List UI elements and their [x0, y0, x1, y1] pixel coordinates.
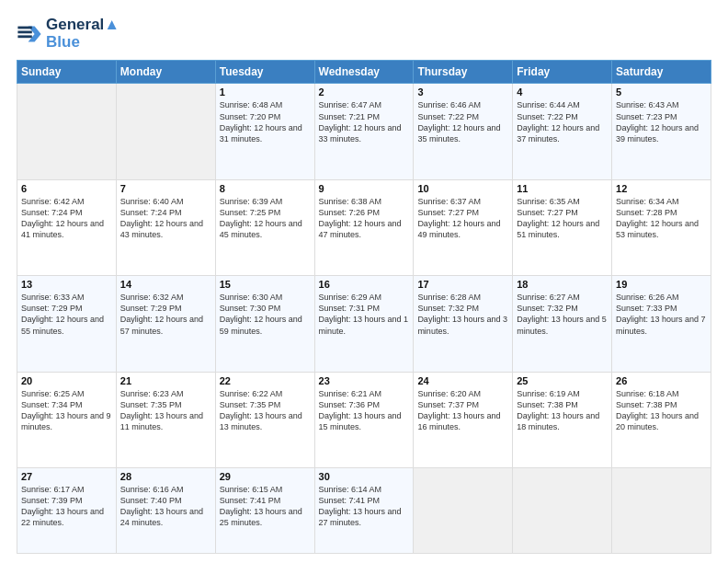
day-info: Sunrise: 6:19 AM Sunset: 7:38 PM Dayligh… [517, 388, 608, 433]
calendar-cell: 24Sunrise: 6:20 AM Sunset: 7:37 PM Dayli… [414, 372, 513, 467]
day-info: Sunrise: 6:26 AM Sunset: 7:33 PM Dayligh… [616, 292, 707, 337]
day-info: Sunrise: 6:48 AM Sunset: 7:20 PM Dayligh… [220, 99, 311, 144]
day-number: 11 [517, 183, 608, 194]
day-number: 1 [220, 86, 311, 98]
svg-rect-2 [17, 26, 31, 29]
day-info: Sunrise: 6:42 AM Sunset: 7:24 PM Dayligh… [21, 196, 112, 241]
calendar-cell: 26Sunrise: 6:18 AM Sunset: 7:38 PM Dayli… [612, 372, 711, 467]
day-number: 18 [517, 279, 608, 290]
svg-rect-4 [17, 35, 31, 38]
day-info: Sunrise: 6:43 AM Sunset: 7:23 PM Dayligh… [616, 99, 707, 144]
day-number: 23 [319, 375, 410, 386]
calendar-cell: 13Sunrise: 6:33 AM Sunset: 7:29 PM Dayli… [17, 276, 117, 372]
day-number: 3 [417, 86, 508, 98]
day-info: Sunrise: 6:21 AM Sunset: 7:36 PM Dayligh… [319, 388, 410, 433]
calendar-header-sunday: Sunday [17, 61, 117, 84]
day-number: 4 [517, 86, 608, 98]
header: General▲ Blue [17, 17, 711, 51]
day-info: Sunrise: 6:15 AM Sunset: 7:41 PM Dayligh… [220, 484, 311, 529]
day-number: 7 [120, 183, 211, 194]
day-info: Sunrise: 6:38 AM Sunset: 7:26 PM Dayligh… [319, 196, 410, 241]
day-number: 9 [319, 183, 410, 194]
calendar-cell: 30Sunrise: 6:14 AM Sunset: 7:41 PM Dayli… [314, 467, 414, 553]
calendar-cell: 8Sunrise: 6:39 AM Sunset: 7:25 PM Daylig… [215, 179, 314, 275]
calendar-cell: 19Sunrise: 6:26 AM Sunset: 7:33 PM Dayli… [612, 276, 711, 372]
day-info: Sunrise: 6:37 AM Sunset: 7:27 PM Dayligh… [417, 196, 508, 241]
calendar-header-friday: Friday [513, 61, 612, 84]
calendar-cell: 18Sunrise: 6:27 AM Sunset: 7:32 PM Dayli… [513, 276, 612, 372]
day-info: Sunrise: 6:23 AM Sunset: 7:35 PM Dayligh… [120, 388, 211, 433]
day-number: 27 [21, 471, 112, 482]
day-info: Sunrise: 6:39 AM Sunset: 7:25 PM Dayligh… [220, 196, 311, 241]
calendar-header-wednesday: Wednesday [314, 61, 414, 84]
day-info: Sunrise: 6:17 AM Sunset: 7:39 PM Dayligh… [21, 484, 112, 529]
day-info: Sunrise: 6:18 AM Sunset: 7:38 PM Dayligh… [616, 388, 707, 433]
calendar-cell: 20Sunrise: 6:25 AM Sunset: 7:34 PM Dayli… [17, 372, 117, 467]
calendar-header-tuesday: Tuesday [215, 61, 314, 84]
day-info: Sunrise: 6:46 AM Sunset: 7:22 PM Dayligh… [417, 99, 508, 144]
calendar-cell [414, 467, 513, 553]
calendar-cell: 12Sunrise: 6:34 AM Sunset: 7:28 PM Dayli… [612, 179, 711, 275]
calendar-cell: 6Sunrise: 6:42 AM Sunset: 7:24 PM Daylig… [17, 179, 117, 275]
day-info: Sunrise: 6:22 AM Sunset: 7:35 PM Dayligh… [220, 388, 311, 433]
svg-rect-3 [17, 30, 31, 33]
calendar-cell: 29Sunrise: 6:15 AM Sunset: 7:41 PM Dayli… [215, 467, 314, 553]
calendar-cell [612, 467, 711, 553]
day-info: Sunrise: 6:25 AM Sunset: 7:34 PM Dayligh… [21, 388, 112, 433]
page: General▲ Blue SundayMondayTuesdayWednesd… [0, 0, 728, 563]
calendar-cell: 16Sunrise: 6:29 AM Sunset: 7:31 PM Dayli… [314, 276, 414, 372]
calendar-cell: 15Sunrise: 6:30 AM Sunset: 7:30 PM Dayli… [215, 276, 314, 372]
calendar-cell: 28Sunrise: 6:16 AM Sunset: 7:40 PM Dayli… [116, 467, 215, 553]
day-info: Sunrise: 6:14 AM Sunset: 7:41 PM Dayligh… [319, 484, 410, 529]
calendar-cell: 11Sunrise: 6:35 AM Sunset: 7:27 PM Dayli… [513, 179, 612, 275]
calendar-cell: 5Sunrise: 6:43 AM Sunset: 7:23 PM Daylig… [612, 84, 711, 179]
day-info: Sunrise: 6:34 AM Sunset: 7:28 PM Dayligh… [616, 196, 707, 241]
day-info: Sunrise: 6:32 AM Sunset: 7:29 PM Dayligh… [120, 292, 211, 337]
calendar-cell: 25Sunrise: 6:19 AM Sunset: 7:38 PM Dayli… [513, 372, 612, 467]
day-number: 28 [120, 471, 211, 482]
day-info: Sunrise: 6:44 AM Sunset: 7:22 PM Dayligh… [517, 99, 608, 144]
day-number: 21 [120, 375, 211, 386]
logo: General▲ Blue [17, 17, 119, 51]
logo-icon [17, 21, 42, 47]
calendar-cell: 10Sunrise: 6:37 AM Sunset: 7:27 PM Dayli… [414, 179, 513, 275]
day-number: 10 [417, 183, 508, 194]
day-number: 8 [220, 183, 311, 194]
calendar-table: SundayMondayTuesdayWednesdayThursdayFrid… [17, 60, 711, 554]
calendar-cell: 14Sunrise: 6:32 AM Sunset: 7:29 PM Dayli… [116, 276, 215, 372]
calendar-cell: 17Sunrise: 6:28 AM Sunset: 7:32 PM Dayli… [414, 276, 513, 372]
calendar-cell: 3Sunrise: 6:46 AM Sunset: 7:22 PM Daylig… [414, 84, 513, 179]
day-number: 6 [21, 183, 112, 194]
calendar-cell: 21Sunrise: 6:23 AM Sunset: 7:35 PM Dayli… [116, 372, 215, 467]
calendar-cell [116, 84, 215, 179]
day-number: 17 [417, 279, 508, 290]
calendar-header-thursday: Thursday [414, 61, 513, 84]
day-number: 2 [319, 86, 410, 98]
calendar-cell: 1Sunrise: 6:48 AM Sunset: 7:20 PM Daylig… [215, 84, 314, 179]
calendar-cell [513, 467, 612, 553]
day-info: Sunrise: 6:35 AM Sunset: 7:27 PM Dayligh… [517, 196, 608, 241]
calendar-cell [17, 84, 117, 179]
day-number: 14 [120, 279, 211, 290]
day-number: 26 [616, 375, 707, 386]
calendar-cell: 23Sunrise: 6:21 AM Sunset: 7:36 PM Dayli… [314, 372, 414, 467]
day-info: Sunrise: 6:47 AM Sunset: 7:21 PM Dayligh… [319, 99, 410, 144]
day-number: 19 [616, 279, 707, 290]
calendar-cell: 22Sunrise: 6:22 AM Sunset: 7:35 PM Dayli… [215, 372, 314, 467]
calendar-cell: 2Sunrise: 6:47 AM Sunset: 7:21 PM Daylig… [314, 84, 414, 179]
day-number: 25 [517, 375, 608, 386]
day-info: Sunrise: 6:29 AM Sunset: 7:31 PM Dayligh… [319, 292, 410, 337]
day-number: 24 [417, 375, 508, 386]
calendar-header-saturday: Saturday [612, 61, 711, 84]
calendar-header-row: SundayMondayTuesdayWednesdayThursdayFrid… [17, 61, 711, 84]
logo-text: General▲ Blue [46, 17, 119, 51]
day-number: 13 [21, 279, 112, 290]
calendar-cell: 27Sunrise: 6:17 AM Sunset: 7:39 PM Dayli… [17, 467, 117, 553]
day-number: 29 [220, 471, 311, 482]
day-number: 5 [616, 86, 707, 98]
day-number: 22 [220, 375, 311, 386]
day-info: Sunrise: 6:27 AM Sunset: 7:32 PM Dayligh… [517, 292, 608, 337]
day-number: 15 [220, 279, 311, 290]
day-info: Sunrise: 6:16 AM Sunset: 7:40 PM Dayligh… [120, 484, 211, 529]
day-info: Sunrise: 6:28 AM Sunset: 7:32 PM Dayligh… [417, 292, 508, 337]
